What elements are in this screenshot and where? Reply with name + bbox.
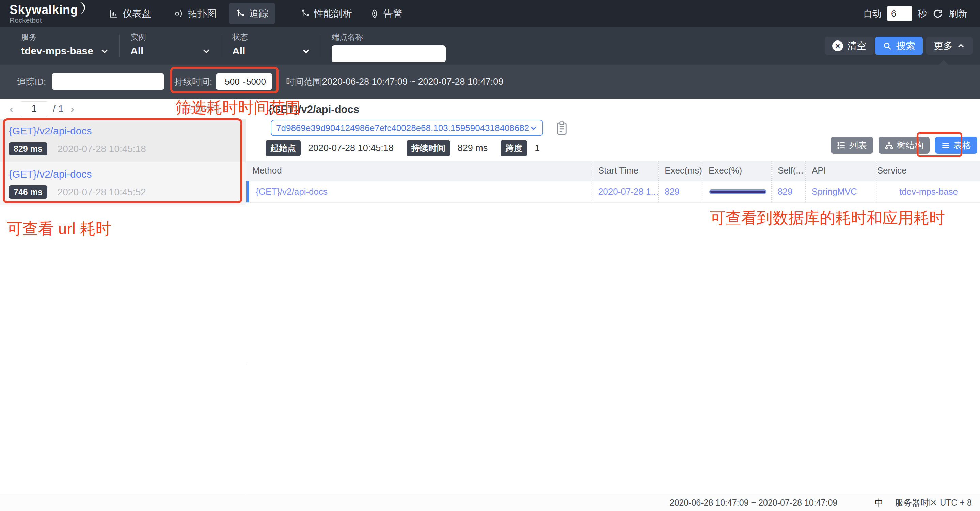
- trace-endpoint-link[interactable]: {GET}/v2/api-docs: [9, 168, 237, 180]
- more-label: 更多: [934, 40, 953, 52]
- duration-max-input[interactable]: [245, 76, 267, 87]
- table-view-button[interactable]: 表格: [935, 137, 977, 154]
- duration-label: 持续时间:: [174, 76, 212, 88]
- topology-icon: [174, 9, 184, 18]
- auto-interval-input[interactable]: [887, 6, 912, 21]
- instance-label: 实例: [130, 32, 211, 43]
- refresh-label[interactable]: 刷新: [949, 8, 967, 20]
- span-service: tdev-mps-base: [877, 181, 980, 202]
- page-number-input[interactable]: [20, 102, 48, 116]
- selected-row-marker: [246, 181, 249, 202]
- language-toggle[interactable]: 中: [875, 497, 883, 508]
- clear-button[interactable]: × 清空: [825, 37, 874, 55]
- col-exec-ms: Exec(ms): [659, 161, 703, 181]
- duration-separator: -: [243, 77, 245, 86]
- tree-icon: [885, 141, 894, 150]
- service-select[interactable]: 服务 tdev-mps-base: [21, 32, 109, 57]
- col-service: Service: [877, 161, 980, 181]
- trace-start-time: 2020-07-28 10:45:18: [57, 144, 146, 154]
- trace-list-panel: ‹ / 1 › 持续时间 {GET}/v2/api-docs 829 ms 20…: [0, 98, 246, 494]
- advanced-search-bar: 追踪ID: 持续时间: - 时间范围: 2020-06-28 10:47:09 …: [0, 65, 980, 98]
- span-exec-ms: 829: [659, 181, 703, 202]
- nav-alarm[interactable]: 告警: [363, 3, 409, 24]
- service-value: tdev-mps-base: [21, 45, 93, 57]
- span-count-value: 1: [535, 143, 540, 154]
- trace-endpoint-link[interactable]: {GET}/v2/api-docs: [9, 125, 237, 137]
- chevron-down-icon: [530, 124, 538, 132]
- divider: [321, 35, 321, 57]
- search-button[interactable]: 搜索: [875, 37, 923, 55]
- status-select[interactable]: 状态 All: [232, 32, 310, 57]
- span-api: SpringMVC: [805, 181, 877, 202]
- instance-select[interactable]: 实例 All: [130, 32, 211, 57]
- table-icon: [941, 141, 950, 150]
- list-view-button[interactable]: 列表: [831, 137, 873, 154]
- col-api: API: [805, 161, 877, 181]
- nav-label: 性能剖析: [314, 7, 352, 20]
- status-value: All: [232, 45, 245, 57]
- seconds-label: 秒: [918, 8, 927, 20]
- trace-id-label: 追踪ID:: [17, 76, 46, 88]
- nav-profile[interactable]: 性能剖析: [294, 3, 359, 24]
- chevron-down-icon: [302, 47, 310, 56]
- time-range-label: 时间范围:: [286, 76, 324, 88]
- col-start-time: Start Time: [592, 161, 658, 181]
- skywalking-app: Skywalking Rocketbot 仪表盘 拓扑图 追踪: [0, 0, 980, 511]
- list-view-label: 列表: [849, 140, 867, 151]
- duration-badge: 746 ms: [9, 186, 47, 199]
- start-point-value: 2020-07-28 10:45:18: [308, 143, 394, 154]
- span-count-badge: 跨度: [501, 140, 527, 156]
- col-self: Self(...: [771, 161, 805, 181]
- divider: [221, 35, 221, 57]
- span-self-ms: 829: [771, 181, 805, 202]
- trace-icon: [235, 9, 245, 18]
- col-exec-pct: Exec(%): [702, 161, 771, 181]
- next-page-button[interactable]: ›: [68, 102, 76, 115]
- span-table-row[interactable]: {GET}/v2/api-docs 2020-07-28 1... 829 82…: [246, 181, 980, 202]
- trace-list-item[interactable]: {GET}/v2/api-docs 746 ms 2020-07-28 10:4…: [0, 162, 246, 205]
- footer-time-range: 2020-06-28 10:47:09 ~ 2020-07-28 10:47:0…: [670, 498, 837, 508]
- table-bottom-border: [246, 364, 980, 364]
- tree-view-button[interactable]: 树结构: [878, 137, 930, 154]
- prev-page-button[interactable]: ‹: [8, 102, 15, 115]
- more-button[interactable]: 更多: [926, 37, 972, 55]
- trace-id-input[interactable]: [52, 73, 164, 90]
- chevron-down-icon: [202, 47, 211, 56]
- trace-list-item[interactable]: {GET}/v2/api-docs 829 ms 2020-07-28 10:4…: [0, 119, 246, 162]
- table-view-label: 表格: [953, 140, 971, 151]
- exec-pct-bar: [709, 189, 767, 194]
- duration-range-box: -: [216, 73, 272, 90]
- trace-meta-row: 起始点 2020-07-28 10:45:18 持续时间 829 ms 跨度 1: [266, 140, 545, 156]
- duration-min-input[interactable]: [222, 76, 243, 87]
- auto-label: 自动: [863, 8, 881, 20]
- endpoint-name-input[interactable]: [332, 45, 446, 62]
- nav-dashboard[interactable]: 仪表盘: [102, 3, 158, 24]
- tree-view-label: 树结构: [897, 140, 923, 151]
- span-method[interactable]: {GET}/v2/api-docs: [252, 186, 328, 197]
- auto-refresh-controls: 自动 秒 刷新: [863, 6, 967, 21]
- nav-trace[interactable]: 追踪: [229, 3, 275, 24]
- footer: 2020-06-28 10:47:09 ~ 2020-07-28 10:47:0…: [0, 494, 980, 511]
- logo[interactable]: Skywalking Rocketbot: [10, 3, 89, 24]
- search-icon: [883, 41, 892, 51]
- trace-id-select[interactable]: 7d9869e39d904124986e7efc40028e68.103.159…: [271, 120, 543, 136]
- nav-label: 追踪: [249, 7, 268, 20]
- view-mode-buttons: 列表 树结构 表格: [831, 137, 977, 154]
- instance-value: All: [130, 45, 143, 57]
- service-label: 服务: [21, 32, 109, 43]
- profile-icon: [300, 9, 310, 18]
- filterbar: 服务 tdev-mps-base 实例 All 状态 All 端点名称: [0, 27, 980, 65]
- alarm-icon: [370, 9, 379, 18]
- nav-topology[interactable]: 拓扑图: [167, 3, 223, 24]
- nav-label: 拓扑图: [188, 7, 216, 20]
- trace-start-time: 2020-07-28 10:45:52: [57, 187, 146, 198]
- span-table: Method Start Time Exec(ms) Exec(%) Self(…: [246, 161, 980, 203]
- logo-swoosh-icon: [79, 2, 89, 15]
- status-label: 状态: [232, 32, 310, 43]
- refresh-icon[interactable]: [932, 8, 943, 19]
- time-range-value[interactable]: 2020-06-28 10:47:09 ~ 2020-07-28 10:47:0…: [322, 76, 503, 87]
- span-exec-pct-cell: [702, 181, 771, 202]
- content: ‹ / 1 › 持续时间 {GET}/v2/api-docs 829 ms 20…: [0, 98, 980, 494]
- span-start-time: 2020-07-28 1...: [592, 181, 658, 202]
- clipboard-icon[interactable]: [556, 121, 568, 135]
